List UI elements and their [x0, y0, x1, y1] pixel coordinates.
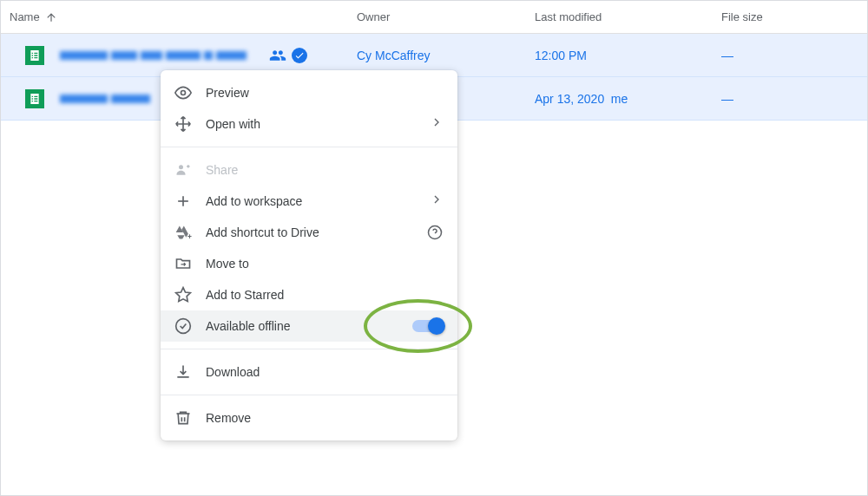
column-owner-label: Owner [357, 10, 390, 23]
column-owner[interactable]: Owner [357, 10, 535, 23]
menu-preview[interactable]: Preview [161, 77, 457, 108]
menu-divider [161, 395, 457, 395]
column-name[interactable]: Name [10, 10, 357, 23]
column-size[interactable]: File size [721, 10, 858, 23]
modified-by-cell: me [611, 92, 628, 106]
menu-available-offline[interactable]: Available offline [161, 310, 457, 342]
menu-divider [161, 349, 457, 349]
sheets-icon [25, 89, 44, 108]
chevron-right-icon [430, 115, 444, 133]
menu-label: Share [206, 163, 444, 177]
share-person-icon [174, 161, 192, 179]
menu-label: Open with [206, 117, 416, 131]
sort-arrow-up-icon [45, 11, 57, 23]
size-cell: — [721, 92, 733, 106]
svg-point-2 [179, 165, 183, 169]
drive-shortcut-icon: + [174, 224, 192, 241]
eye-icon [174, 84, 192, 101]
download-icon [174, 363, 192, 381]
menu-label: Add shortcut to Drive [206, 225, 412, 239]
folder-move-icon [174, 255, 192, 272]
star-icon [174, 286, 192, 303]
menu-label: Remove [206, 411, 444, 425]
help-circle-icon[interactable] [426, 224, 444, 241]
context-menu: Preview Open with Share Add to workspace… [161, 70, 457, 441]
menu-add-shortcut[interactable]: + Add shortcut to Drive [161, 217, 457, 248]
menu-add-starred[interactable]: Add to Starred [161, 279, 457, 310]
modified-date-cell: 12:00 PM [535, 49, 587, 62]
menu-add-workspace[interactable]: Add to workspace [161, 186, 457, 217]
plus-icon [174, 193, 192, 210]
modified-date-cell: Apr 13, 2020 [535, 92, 604, 106]
size-cell: — [721, 49, 733, 62]
move-arrows-icon [174, 115, 192, 133]
column-modified[interactable]: Last modified [535, 10, 721, 23]
offline-check-icon [174, 317, 192, 335]
menu-open-with[interactable]: Open with [161, 108, 457, 140]
menu-remove[interactable]: Remove [161, 402, 457, 434]
menu-download[interactable]: Download [161, 356, 457, 388]
file-name-blurred [60, 51, 247, 60]
table-header: Name Owner Last modified File size [1, 1, 867, 34]
owner-cell: Cy McCaffrey [357, 49, 431, 62]
check-circle-icon [292, 48, 307, 63]
menu-label: Add to workspace [206, 194, 416, 208]
menu-label: Preview [206, 86, 444, 100]
people-icon [269, 47, 286, 64]
offline-toggle[interactable] [412, 320, 444, 332]
svg-text:+: + [187, 232, 192, 241]
trash-icon [174, 409, 192, 427]
menu-label: Move to [206, 257, 444, 271]
sheets-icon [25, 46, 44, 65]
menu-label: Available offline [206, 319, 398, 333]
svg-point-9 [176, 319, 191, 334]
file-name-blurred [60, 95, 150, 103]
menu-divider [161, 147, 457, 147]
menu-share: Share [161, 154, 457, 186]
menu-label: Add to Starred [206, 288, 444, 302]
column-size-label: File size [721, 10, 763, 23]
svg-point-1 [181, 91, 186, 95]
column-name-label: Name [10, 10, 40, 23]
menu-move-to[interactable]: Move to [161, 248, 457, 279]
toggle-knob [428, 317, 445, 335]
svg-marker-8 [176, 288, 191, 302]
chevron-right-icon [430, 193, 444, 210]
column-modified-label: Last modified [535, 10, 602, 23]
menu-label: Download [206, 365, 444, 379]
